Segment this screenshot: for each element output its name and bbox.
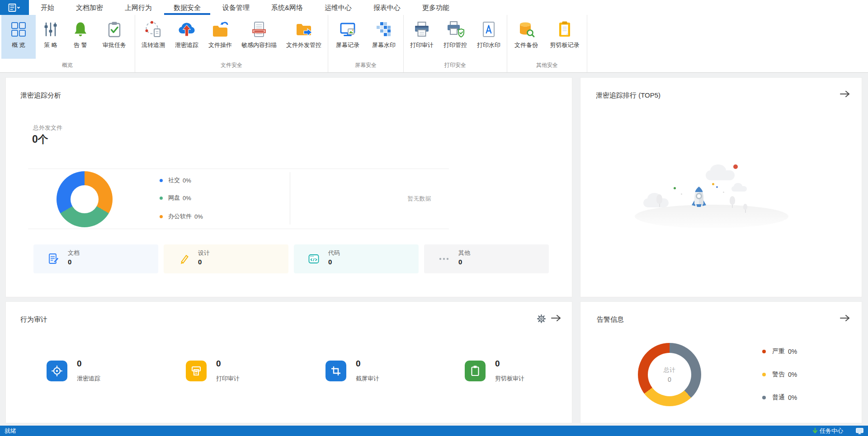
ribbon-group-label: 文件安全: [135, 59, 328, 72]
legend-label: 警告: [772, 370, 785, 379]
document-pen-icon: [45, 251, 61, 267]
ribbon-button-screen-record[interactable]: 屏幕记录: [330, 15, 366, 59]
ribbon-button-file-operation[interactable]: 文件操作: [203, 15, 237, 59]
open-panel-arrow[interactable]: [840, 90, 850, 98]
blue-dot: [716, 186, 718, 188]
rocket-icon: [691, 186, 707, 208]
card-code[interactable]: 代码 0: [294, 244, 419, 273]
ribbon-button-leak-trace[interactable]: 泄密追踪: [170, 15, 203, 59]
screen-watermark-icon: [375, 19, 393, 40]
tab-data-security[interactable]: 数据安全: [163, 0, 212, 15]
legend-item-office-software: 办公软件 0%: [160, 212, 203, 220]
legend-dot: [762, 373, 766, 376]
menu-tabs: 开始 文档加密 上网行为 数据安全 设备管理 系统&网络 运维中心 报表中心 更…: [30, 0, 460, 15]
pencil-icon: [175, 251, 192, 267]
ribbon-button-label: 打印水印: [477, 41, 500, 49]
ribbon-button-print-audit[interactable]: 打印审计: [405, 15, 439, 59]
print-audit-icon: [413, 19, 431, 40]
application-window: 开始 文档加密 上网行为 数据安全 设备管理 系统&网络 运维中心 报表中心 更…: [0, 0, 868, 436]
ribbon-button-screen-watermark[interactable]: 屏幕水印: [366, 15, 402, 59]
ribbon-button-sensitive-scan[interactable]: 敏感内容扫描: [237, 15, 281, 59]
file-backup-icon: [517, 19, 535, 40]
tab-web-behavior[interactable]: 上网行为: [114, 0, 163, 15]
tab-device-mgmt[interactable]: 设备管理: [212, 0, 260, 15]
endpoint-monitor-button[interactable]: [856, 428, 863, 434]
ribbon-group-other-security: 文件备份 剪切板记录: [507, 15, 587, 72]
card-value: 0: [458, 258, 462, 266]
ribbon-button-print-watermark[interactable]: 打印水印: [472, 15, 505, 59]
legend-item-critical: 严重 0%: [762, 347, 797, 356]
gear-icon: [537, 314, 546, 323]
ribbon-button-label: 流转追溯: [142, 41, 165, 49]
legend-label: 社交: [168, 176, 180, 184]
ribbon-button-label: 策 略: [44, 41, 57, 49]
panel-title: 泄密追踪分析: [20, 91, 61, 100]
red-planet-dot: [733, 164, 738, 169]
open-panel-arrow[interactable]: [840, 314, 850, 322]
ribbon-button-alert[interactable]: 告 警: [66, 15, 95, 59]
card-value: 0: [198, 258, 202, 266]
cloud-shape: [731, 186, 747, 192]
panel-alert-info: 告警信息 总计 0 严重 0% 警告 0%: [580, 301, 862, 423]
tree-shape: [743, 204, 747, 210]
arrow-right-icon: [551, 314, 561, 322]
divider: [28, 229, 449, 229]
legend-dot: [160, 197, 163, 200]
cloud-shape: [643, 198, 669, 207]
file-type-cards: 文档 0 设计 0: [33, 244, 549, 273]
tab-ops-center[interactable]: 运维中心: [314, 0, 363, 15]
code-icon: [306, 251, 322, 267]
open-panel-arrow[interactable]: [551, 314, 561, 322]
ribbon-button-clipboard-record[interactable]: 剪切板记录: [544, 15, 585, 59]
file-outgoing-icon: [295, 19, 313, 40]
legend-label: 网盘: [168, 194, 180, 202]
legend-dot: [160, 215, 163, 218]
tab-system-network[interactable]: 系统&网络: [260, 0, 314, 15]
ribbon-button-file-backup[interactable]: 文件备份: [509, 15, 544, 59]
arrow-right-icon: [840, 90, 850, 98]
ribbon-group-label: 打印安全: [404, 59, 507, 72]
tab-start[interactable]: 开始: [30, 0, 65, 15]
overview-grid-icon: [9, 19, 28, 40]
card-design[interactable]: 设计 0: [164, 244, 288, 273]
panel-title: 告警信息: [597, 315, 624, 324]
card-document[interactable]: 文档 0: [33, 244, 158, 273]
card-other[interactable]: 其他 0: [424, 244, 549, 273]
stat-label: 泄密追踪: [77, 375, 100, 383]
ribbon-group-screen-security: 屏幕记录: [328, 15, 404, 72]
ribbon-button-approval-tasks[interactable]: 审批任务: [95, 15, 133, 59]
legend-value: 0%: [183, 177, 191, 184]
tab-more-functions[interactable]: 更多功能: [411, 0, 460, 15]
divider: [28, 169, 449, 169]
tab-report-center[interactable]: 报表中心: [363, 0, 411, 15]
card-value: 0: [68, 258, 71, 266]
ribbon-button-label: 告 警: [74, 41, 87, 49]
task-center-label: 任务中心: [820, 427, 843, 435]
total-outgoing-files-label: 总外发文件: [33, 124, 62, 132]
stat-value: 0: [216, 359, 221, 369]
screen-record-icon: [339, 19, 357, 40]
tab-doc-encrypt[interactable]: 文档加密: [65, 0, 114, 15]
ribbon-button-flow-trace[interactable]: 流转追溯: [137, 15, 170, 59]
ribbon-button-print-control[interactable]: 打印管控: [439, 15, 472, 59]
ribbon-button-overview[interactable]: 概 览: [1, 15, 36, 59]
app-menu-button[interactable]: [0, 0, 29, 15]
task-center-button[interactable]: 任务中心: [812, 427, 843, 435]
legend-value: 0%: [194, 213, 203, 220]
stat-value: 0: [356, 359, 361, 369]
monitor-icon: [856, 428, 863, 434]
panel-settings-button[interactable]: [537, 314, 546, 323]
ribbon-button-label: 概 览: [12, 41, 25, 49]
legend-label: 严重: [772, 347, 785, 356]
card-label: 代码: [328, 249, 340, 257]
clipboard-icon: [465, 361, 486, 381]
legend-item-netdisk: 网盘 0%: [160, 194, 191, 202]
ribbon-button-policy[interactable]: 策 略: [36, 15, 66, 59]
crop-icon: [326, 361, 346, 381]
trace-donut-chart: [57, 171, 113, 227]
card-label: 设计: [198, 249, 210, 257]
alerts-total-label: 总计: [664, 366, 675, 374]
legend-item-warning: 警告 0%: [762, 370, 797, 379]
ribbon-button-file-outgoing[interactable]: 文件外发管控: [281, 15, 326, 59]
sensitive-scan-icon: [250, 19, 268, 40]
